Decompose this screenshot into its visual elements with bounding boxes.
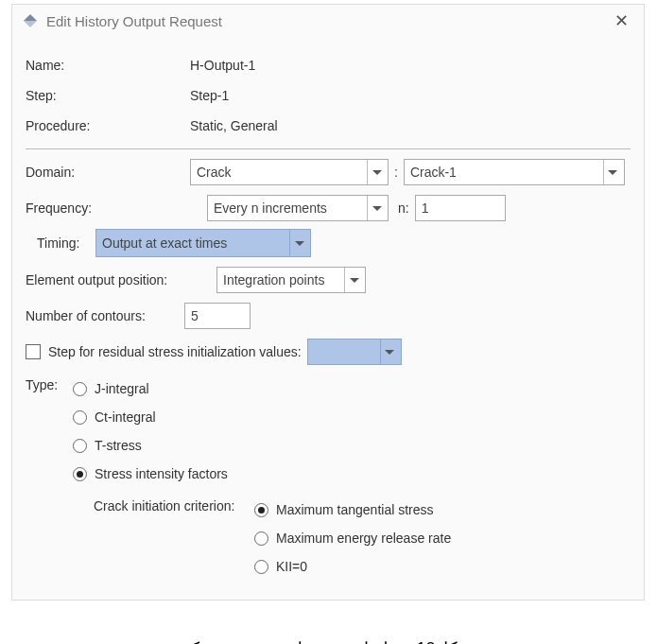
type-label: Type: (26, 374, 73, 581)
radio-merr[interactable] (254, 531, 268, 546)
opt-mts: Maximum tangential stress (276, 502, 434, 517)
divider (26, 148, 631, 149)
timing-label: Timing: (37, 235, 95, 251)
procedure-label: Procedure: (26, 118, 190, 133)
svg-marker-0 (24, 14, 37, 21)
figure-caption: شکل10: تنظیمات مربوط به خروجی ترک (0, 638, 657, 644)
frequency-select[interactable]: Every n increments (207, 195, 389, 221)
n-input[interactable]: 1 (415, 195, 506, 221)
domain-select[interactable]: Crack (190, 159, 389, 185)
opt-ct-integral: Ct-integral (95, 409, 156, 425)
dialog-body: Name: H-Output-1 Step: Step-1 Procedure:… (12, 37, 644, 600)
svg-marker-1 (24, 21, 37, 27)
window-title: Edit History Output Request (46, 13, 222, 29)
radio-t-stress[interactable] (73, 439, 87, 453)
contours-value: 5 (191, 308, 199, 323)
timing-select[interactable]: Output at exact times (95, 229, 311, 257)
colon: : (389, 165, 404, 180)
opt-sif: Stress intensity factors (95, 466, 228, 481)
eop-label: Element output position: (26, 272, 216, 287)
domain-label: Domain: (26, 165, 190, 180)
domain-select-value: Crack (197, 165, 361, 180)
radio-j-integral[interactable] (73, 382, 87, 396)
residual-select[interactable] (307, 339, 402, 365)
chevron-down-icon (289, 230, 308, 256)
close-button[interactable]: ✕ (609, 10, 634, 31)
opt-t-stress: T-stress (95, 438, 142, 453)
opt-j-integral: J-integral (95, 381, 149, 396)
chevron-down-icon (367, 196, 386, 220)
chevron-down-icon (367, 160, 386, 184)
domain-name-value: Crack-1 (410, 165, 597, 180)
timing-select-value: Output at exact times (102, 235, 284, 251)
chevron-down-icon (603, 160, 622, 184)
radio-kii[interactable] (254, 560, 268, 574)
chevron-down-icon (344, 268, 363, 292)
opt-merr: Maximum energy release rate (276, 531, 451, 546)
n-value: 1 (422, 200, 429, 216)
dialog: Edit History Output Request ✕ Name: H-Ou… (11, 4, 645, 600)
titlebar: Edit History Output Request ✕ (12, 5, 644, 37)
residual-label: Step for residual stress initialization … (48, 344, 302, 359)
name-value: H-Output-1 (190, 58, 255, 73)
radio-mts[interactable] (254, 503, 268, 517)
n-label: n: (389, 200, 415, 216)
cic-label: Crack initiation criterion: (94, 496, 254, 581)
domain-name-select[interactable]: Crack-1 (404, 159, 625, 185)
frequency-select-value: Every n increments (214, 200, 361, 216)
step-value: Step-1 (190, 88, 229, 103)
radio-sif[interactable] (73, 467, 87, 481)
chevron-down-icon (380, 339, 399, 364)
app-icon (22, 12, 39, 29)
residual-checkbox[interactable] (26, 344, 41, 359)
frequency-label: Frequency: (26, 200, 207, 216)
contours-label: Number of contours: (26, 308, 184, 323)
radio-ct-integral[interactable] (73, 410, 87, 425)
procedure-value: Static, General (190, 118, 278, 133)
eop-select[interactable]: Integration points (216, 267, 366, 293)
opt-kii: KII=0 (276, 559, 307, 574)
eop-select-value: Integration points (223, 272, 338, 287)
step-label: Step: (26, 88, 190, 103)
name-label: Name: (26, 58, 190, 73)
contours-input[interactable]: 5 (184, 303, 251, 329)
